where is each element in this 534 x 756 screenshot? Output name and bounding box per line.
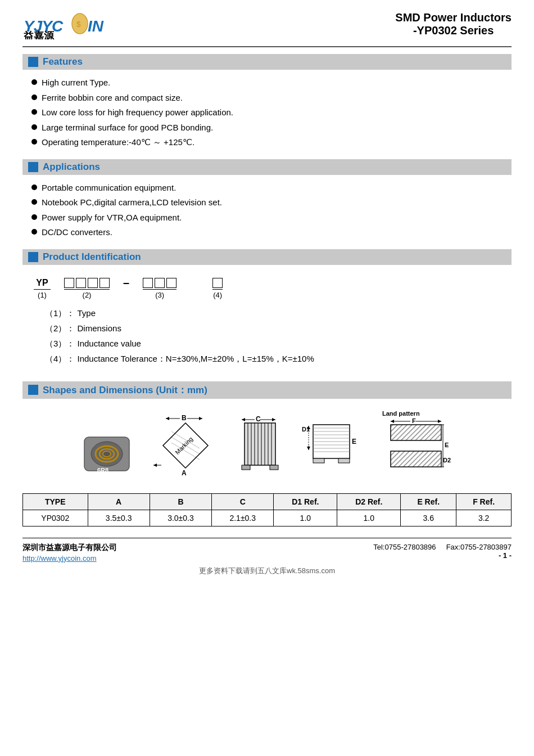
svg-marker-23 (153, 464, 157, 467)
legend-item-4: （4）： Inductance Tolerance：N=±30%,M=±20%，… (45, 354, 500, 364)
side-view-diagram: D1 E (301, 415, 363, 476)
c-svg: C (239, 415, 284, 476)
cell-d1: 1.0 (274, 510, 337, 526)
code-num-3: (3) (155, 291, 164, 299)
product-id-title: Product Identification (43, 251, 141, 263)
cell-d2: 1.0 (337, 510, 401, 526)
col-e: E Ref. (401, 493, 456, 510)
shapes-section-header: Shapes and Dimensions (Unit：mm) (22, 381, 512, 399)
svg-text:E: E (352, 438, 356, 446)
list-item: Power supply for VTR,OA equipment. (31, 212, 512, 224)
shapes-title: Shapes and Dimensions (Unit：mm) (43, 384, 207, 397)
code-block-1: YP (1) (34, 278, 51, 299)
list-item: Operating temperature:-40℃ ～ +125℃. (31, 136, 512, 149)
footer: 深圳市益嘉源电子有限公司 http://www.yjycoin.com Tel:… (22, 538, 512, 562)
applications-title: Applications (43, 161, 100, 173)
svg-text:IN: IN (88, 17, 104, 35)
table-row: YP0302 3.5±0.3 3.0±0.3 2.1±0.3 1.0 1.0 3… (23, 510, 512, 526)
header: YJYC $ IN 益嘉源 SMD Power Inductors -YP030… (22, 11, 512, 47)
title-area: SMD Power Inductors -YP0302 Series (395, 11, 512, 37)
bullet-icon (31, 79, 37, 85)
code-boxes-2 (64, 278, 110, 290)
col-a: A (88, 493, 150, 510)
code-block-3: (3) (143, 278, 177, 299)
code-block-2: (2) (64, 278, 110, 299)
shapes-blue-square (28, 385, 38, 395)
bullet-icon (31, 124, 37, 130)
col-b: B (150, 493, 211, 510)
list-item: Ferrite bobbin core and compact size. (31, 92, 512, 105)
svg-text:6R8: 6R8 (97, 467, 108, 474)
svg-marker-62 (391, 420, 394, 423)
cell-a: 3.5±0.3 (88, 510, 150, 526)
watermark: 更多资料下载请到五八文库wk.58sms.com (22, 566, 512, 576)
list-item: Notebook PC,digital carmera,LCD televisi… (31, 196, 512, 209)
list-item: DC/DC converters. (31, 226, 512, 239)
inductor-coil-svg: 6R8 (82, 431, 132, 476)
svg-rect-57 (338, 458, 350, 463)
svg-marker-63 (438, 420, 441, 423)
footer-right: Tel:0755-27803896 Fax:0755-27803897 - 1 … (373, 543, 512, 560)
bullet-icon (31, 109, 37, 115)
code-box (212, 278, 223, 288)
list-item: Portable communication equipment. (31, 182, 512, 195)
code-box (143, 278, 153, 288)
bullet-icon (31, 199, 37, 205)
page: YJYC $ IN 益嘉源 SMD Power Inductors -YP030… (0, 0, 534, 756)
footer-page: - 1 - (373, 551, 512, 560)
svg-rect-38 (242, 465, 250, 470)
cell-e: 3.6 (401, 510, 456, 526)
logo-area: YJYC $ IN 益嘉源 (22, 11, 112, 39)
footer-website[interactable]: http://www.yjycoin.com (22, 554, 117, 562)
svg-rect-64 (391, 425, 441, 440)
code-num-2: (2) (83, 291, 92, 299)
footer-company: 深圳市益嘉源电子有限公司 (22, 543, 117, 553)
code-box (99, 278, 110, 288)
svg-text:C: C (256, 415, 261, 423)
rhombus-svg: B Marking A (149, 415, 222, 476)
side-view-svg: D1 E (301, 415, 363, 476)
shapes-diagrams-row: 6R8 B Marking A (22, 403, 512, 488)
list-item: Low core loss for high frequency power a… (31, 106, 512, 119)
code-box (76, 278, 86, 288)
product-id-blue-square (28, 252, 38, 262)
code-boxes-4 (212, 278, 223, 290)
col-c: C (212, 493, 274, 510)
footer-left: 深圳市益嘉源电子有限公司 http://www.yjycoin.com (22, 543, 117, 562)
svg-text:B: B (182, 415, 187, 422)
land-pattern-diagram: Land pattern F D2 E (379, 409, 452, 476)
svg-marker-28 (272, 418, 275, 421)
cell-c: 2.1±0.3 (212, 510, 274, 526)
bullet-icon (31, 139, 37, 145)
inductor-photo: 6R8 (82, 431, 132, 476)
dimensions-table: TYPE A B C D1 Ref. D2 Ref. E Ref. F Ref.… (22, 493, 512, 526)
svg-text:Land pattern: Land pattern (382, 410, 420, 417)
features-section-header: Features (22, 54, 512, 70)
product-id-content: YP (1) (2) – (22, 269, 512, 376)
svg-marker-14 (166, 417, 169, 420)
svg-text:$: $ (76, 20, 81, 29)
legend-item-3: （3）： Inductance value (45, 339, 500, 349)
product-id-legend: （1）： Type （2）： Dimensions （3）： Inductanc… (34, 308, 500, 364)
code-box (166, 278, 177, 288)
code-boxes-3 (143, 278, 177, 290)
cell-type: YP0302 (23, 510, 88, 526)
svg-rect-65 (391, 451, 441, 467)
list-item: Large terminal surface for good PCB bond… (31, 122, 512, 134)
svg-rect-39 (270, 465, 278, 470)
footer-tel: Tel:0755-27803896 (373, 543, 436, 551)
bullet-icon (31, 229, 37, 235)
code-num-4: (4) (213, 291, 222, 299)
legend-item-1: （1）： Type (45, 308, 500, 319)
code-box (88, 278, 98, 288)
svg-marker-27 (242, 418, 245, 421)
list-item: High current Type. (31, 76, 512, 89)
product-title-line1: SMD Power Inductors (395, 11, 512, 24)
rhombus-diagram: B Marking A (149, 415, 222, 476)
table-header-row: TYPE A B C D1 Ref. D2 Ref. E Ref. F Ref. (23, 493, 512, 510)
col-d1: D1 Ref. (274, 493, 337, 510)
applications-section-header: Applications (22, 159, 512, 175)
code-dash: – (123, 276, 129, 289)
svg-rect-29 (245, 423, 275, 465)
features-title: Features (43, 56, 83, 68)
